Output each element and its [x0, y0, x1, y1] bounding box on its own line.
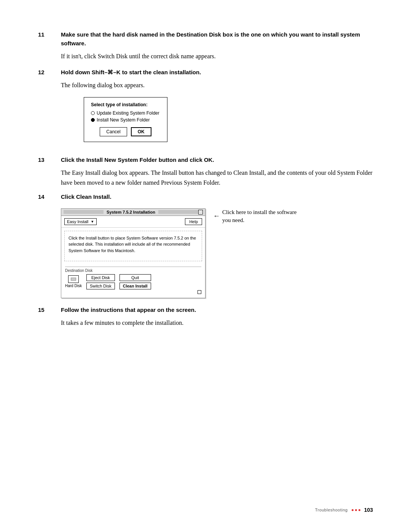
close-box[interactable]: □ [198, 210, 203, 214]
callout-line: ← Click here to install the software you… [213, 208, 298, 224]
step-11-body: Make sure that the hard disk named in th… [61, 30, 373, 61]
radio-option2[interactable] [91, 118, 95, 122]
step-14: 14 Click Clean Install. [38, 193, 373, 201]
disk-name-label: Hard Disk [65, 284, 82, 288]
installer-body-text: Click the Install button to place System… [68, 236, 196, 253]
quit-button[interactable]: Quit [119, 274, 151, 281]
step-14-bold: Click Clean Install. [61, 193, 373, 201]
radio-option1[interactable] [91, 111, 95, 115]
select-type-dialog: Select type of installation: Update Exis… [84, 97, 167, 142]
dialog-buttons: Cancel OK [91, 127, 160, 136]
dialog-title: Select type of installation: [91, 102, 160, 107]
step-15-regular: It takes a few minutes to complete the i… [61, 318, 373, 328]
step-13-bold: Click the Install New System Folder butt… [61, 156, 373, 165]
footer-section-label: Troubleshooting [315, 508, 348, 512]
installer-footer: Destination Disk Hard Disk Eject Disk Sw… [61, 264, 205, 298]
installer-window: System 7.5.2 Installation □ Easy Install… [61, 208, 206, 298]
action-buttons-col: Eject Disk Switch Disk [86, 274, 115, 289]
footer-dot-1 [352, 509, 354, 511]
footer-dots [352, 509, 360, 511]
ok-button[interactable]: OK [131, 127, 151, 136]
installer-actions: Hard Disk Eject Disk Switch Disk Quit Cl… [65, 274, 201, 289]
callout-text: Click here to install the software you n… [222, 208, 298, 224]
installer-title: System 7.5.2 Installation [104, 210, 158, 214]
callout-area: ← Click here to install the software you… [213, 208, 298, 228]
cancel-button[interactable]: Cancel [100, 127, 127, 136]
step-15: 15 Follow the instructions that appear o… [38, 306, 373, 328]
destination-disk-label: Destination Disk [65, 267, 201, 273]
checkbox-area [65, 290, 201, 295]
step-12-regular: The following dialog box appears. [61, 80, 373, 90]
checkbox-icon[interactable] [198, 290, 201, 294]
step-13: 13 Click the Install New System Folder b… [38, 156, 373, 188]
step-11-number: 11 [38, 30, 53, 61]
footer-dot-2 [355, 509, 357, 511]
eject-disk-button[interactable]: Eject Disk [86, 274, 115, 281]
step-13-number: 13 [38, 156, 53, 188]
installer-section: System 7.5.2 Installation □ Easy Install… [61, 208, 373, 298]
step-11-bold: Make sure that the hard disk named in th… [61, 30, 373, 48]
dialog-container: Select type of installation: Update Exis… [84, 97, 373, 142]
installer-toolbar: Easy Install ▼ Help [61, 216, 205, 228]
page-footer: Troubleshooting 103 [0, 507, 411, 513]
step-13-body: Click the Install New System Folder butt… [61, 156, 373, 188]
step-12: 12 Hold down Shift–⌘–K to start the clea… [38, 68, 373, 150]
disk-icon-area: Hard Disk [65, 275, 82, 288]
option1-label: Update Existing System Folder [97, 110, 159, 116]
footer-page-number: 103 [364, 507, 373, 513]
step-12-body: Hold down Shift–⌘–K to start the clean i… [61, 68, 373, 150]
dropdown-arrow-icon: ▼ [91, 220, 94, 224]
step-12-number: 12 [38, 68, 53, 150]
footer-dot-3 [358, 509, 360, 511]
step-12-bold: Hold down Shift–⌘–K to start the clean i… [61, 68, 373, 77]
step-14-number: 14 [38, 193, 53, 201]
disk-inner [71, 278, 76, 281]
titlebar-left-stripes [64, 210, 104, 214]
option2-row: Install New System Folder [91, 117, 160, 123]
easy-install-dropdown[interactable]: Easy Install ▼ [64, 218, 97, 225]
clean-install-button[interactable]: Clean Install [119, 283, 151, 289]
option1-row: Update Existing System Folder [91, 110, 160, 116]
callout-arrow-icon: ← [213, 212, 220, 220]
step-11-regular: If it isn't, click Switch Disk until the… [61, 51, 373, 61]
step-15-number: 15 [38, 306, 53, 328]
right-buttons-col: Quit Clean Install [119, 274, 151, 289]
step-13-regular: The Easy Install dialog box appears. The… [61, 168, 373, 187]
help-button[interactable]: Help [185, 218, 202, 225]
step-11: 11 Make sure that the hard disk named in… [38, 30, 373, 61]
installer-body: Click the Install button to place System… [64, 231, 202, 261]
hard-disk-icon [68, 275, 79, 283]
step-14-body: Click Clean Install. [61, 193, 373, 201]
titlebar-right-stripes [158, 210, 198, 214]
option2-label: Install New System Folder [97, 117, 150, 123]
installer-titlebar: System 7.5.2 Installation □ [61, 209, 205, 216]
switch-disk-button[interactable]: Switch Disk [86, 283, 115, 289]
step-15-body: Follow the instructions that appear on t… [61, 306, 373, 328]
step-15-bold: Follow the instructions that appear on t… [61, 306, 373, 315]
dropdown-label: Easy Install [67, 219, 88, 224]
